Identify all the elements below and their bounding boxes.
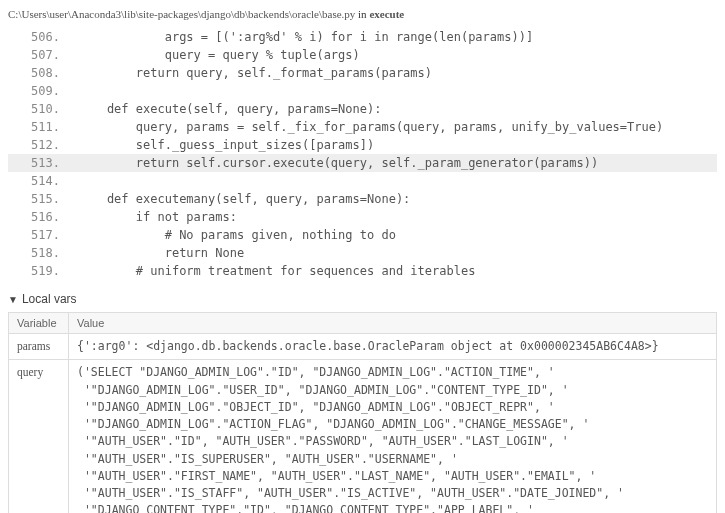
traceback-location: C:\Users\user\Anaconda3\lib\site-package… (8, 8, 717, 20)
line-number: 511. (8, 118, 78, 136)
code-text: query = query % tuple(args) (78, 46, 717, 64)
code-line: 506. args = [(':arg%d' % i) for i in ran… (8, 28, 717, 46)
in-separator: in (355, 8, 369, 20)
local-vars-table: Variable Value params {':arg0': <django.… (8, 312, 717, 513)
col-header-value: Value (69, 313, 717, 334)
local-vars-toggle[interactable]: ▼ Local vars (8, 292, 717, 306)
table-row: query ('SELECT "DJANGO_ADMIN_LOG"."ID", … (9, 360, 717, 513)
code-text: # No params given, nothing to do (78, 226, 717, 244)
line-number: 519. (8, 262, 78, 280)
line-number: 510. (8, 100, 78, 118)
line-number: 512. (8, 136, 78, 154)
code-line: 509. (8, 82, 717, 100)
code-text: return self.cursor.execute(query, self._… (78, 154, 717, 172)
code-line: 508. return query, self._format_params(p… (8, 64, 717, 82)
code-line: 513. return self.cursor.execute(query, s… (8, 154, 717, 172)
code-line: 514. (8, 172, 717, 190)
function-name: execute (369, 8, 404, 20)
code-text: self._guess_input_sizes([params]) (78, 136, 717, 154)
var-name: query (9, 360, 69, 513)
code-line: 511. query, params = self._fix_for_param… (8, 118, 717, 136)
line-number: 515. (8, 190, 78, 208)
filepath: C:\Users\user\Anaconda3\lib\site-package… (8, 8, 355, 20)
code-line: 518. return None (8, 244, 717, 262)
line-number: 506. (8, 28, 78, 46)
code-line: 515. def executemany(self, query, params… (8, 190, 717, 208)
code-text: args = [(':arg%d' % i) for i in range(le… (78, 28, 717, 46)
line-number: 518. (8, 244, 78, 262)
local-vars-label: Local vars (22, 292, 77, 306)
code-text: return None (78, 244, 717, 262)
code-text: return query, self._format_params(params… (78, 64, 717, 82)
var-value: ('SELECT "DJANGO_ADMIN_LOG"."ID", "DJANG… (69, 360, 717, 513)
code-context: 506. args = [(':arg%d' % i) for i in ran… (8, 28, 717, 280)
code-text: if not params: (78, 208, 717, 226)
code-text: query, params = self._fix_for_params(que… (78, 118, 717, 136)
col-header-variable: Variable (9, 313, 69, 334)
code-text: # uniform treatment for sequences and it… (78, 262, 717, 280)
code-text: def executemany(self, query, params=None… (78, 190, 717, 208)
code-line: 519. # uniform treatment for sequences a… (8, 262, 717, 280)
disclosure-triangle-icon: ▼ (8, 294, 18, 305)
code-line: 510. def execute(self, query, params=Non… (8, 100, 717, 118)
code-text (78, 82, 717, 100)
code-text (78, 172, 717, 190)
var-name: params (9, 334, 69, 360)
table-row: params {':arg0': <django.db.backends.ora… (9, 334, 717, 360)
line-number: 517. (8, 226, 78, 244)
line-number: 513. (8, 154, 78, 172)
line-number: 514. (8, 172, 78, 190)
code-line: 517. # No params given, nothing to do (8, 226, 717, 244)
line-number: 508. (8, 64, 78, 82)
line-number: 507. (8, 46, 78, 64)
code-text: def execute(self, query, params=None): (78, 100, 717, 118)
var-value: {':arg0': <django.db.backends.oracle.bas… (69, 334, 717, 360)
code-line: 516. if not params: (8, 208, 717, 226)
code-line: 507. query = query % tuple(args) (8, 46, 717, 64)
line-number: 516. (8, 208, 78, 226)
line-number: 509. (8, 82, 78, 100)
code-line: 512. self._guess_input_sizes([params]) (8, 136, 717, 154)
